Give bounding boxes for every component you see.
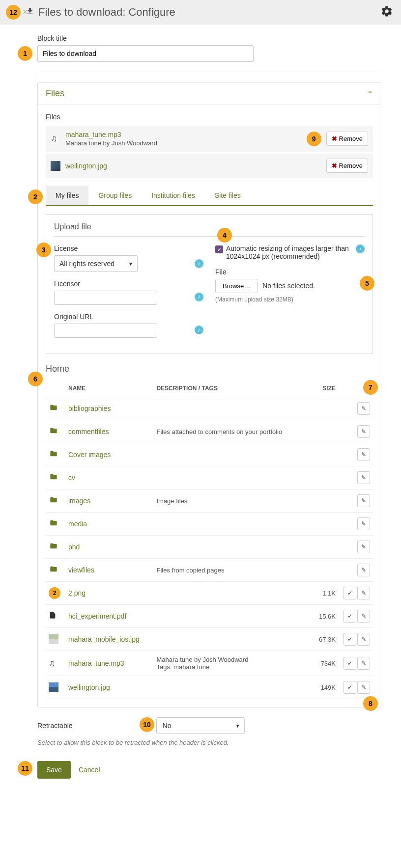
file-item-link[interactable]: phd bbox=[68, 543, 80, 551]
select-button[interactable]: ✓ bbox=[344, 681, 356, 694]
file-item-link[interactable]: media bbox=[68, 520, 87, 528]
block-title-input[interactable] bbox=[37, 45, 254, 62]
file-item-link[interactable]: hci_experiment.pdf bbox=[68, 612, 126, 620]
col-size-header: SIZE bbox=[304, 380, 339, 397]
original-url-input[interactable] bbox=[54, 324, 157, 338]
edit-button[interactable]: ✎ bbox=[357, 471, 370, 484]
table-row: commentfilesFiles attached to comments o… bbox=[46, 420, 373, 443]
edit-button[interactable]: ✎ bbox=[357, 633, 370, 646]
file-size-cell bbox=[304, 420, 339, 443]
file-size-cell bbox=[304, 513, 339, 536]
retractable-select[interactable]: No ▼ bbox=[156, 717, 245, 734]
annotation-badge-8: 8 bbox=[363, 696, 378, 711]
edit-button[interactable]: ✎ bbox=[357, 402, 370, 415]
selected-file-link[interactable]: mahara_tune.mp3 bbox=[65, 131, 121, 138]
annotation-badge-6: 6 bbox=[28, 372, 43, 386]
file-size-cell: 1.1K bbox=[304, 582, 339, 605]
table-row: hci_experiment.pdf15.6K✓✎ bbox=[46, 605, 373, 628]
folder-icon bbox=[49, 473, 58, 483]
file-size-cell bbox=[304, 489, 339, 513]
annotation-badge-11: 11 bbox=[18, 761, 32, 776]
remove-button[interactable]: ✖Remove bbox=[326, 159, 368, 173]
file-source-tabs: My files Group files Institution files S… bbox=[46, 186, 373, 206]
edit-button[interactable]: ✎ bbox=[357, 425, 370, 438]
close-icon[interactable]: × bbox=[23, 7, 28, 17]
file-desc-cell bbox=[153, 676, 304, 699]
file-desc-cell bbox=[153, 536, 304, 559]
breadcrumb: Home bbox=[46, 364, 373, 374]
table-row: ♫mahara_tune.mp3Mahara tune by Josh Wood… bbox=[46, 651, 373, 676]
edit-button[interactable]: ✎ bbox=[357, 517, 370, 530]
select-button[interactable]: ✓ bbox=[344, 610, 356, 623]
file-desc-cell bbox=[153, 466, 304, 489]
select-button[interactable]: ✓ bbox=[344, 587, 356, 599]
tab-group-files[interactable]: Group files bbox=[88, 186, 142, 205]
auto-resize-label: Automatic resizing of images larger than… bbox=[226, 244, 350, 260]
edit-button[interactable]: ✎ bbox=[357, 657, 370, 670]
save-button[interactable]: Save bbox=[37, 761, 71, 779]
edit-button[interactable]: ✎ bbox=[357, 610, 370, 623]
no-files-text: No files selected. bbox=[262, 282, 315, 290]
tab-my-files[interactable]: My files bbox=[46, 186, 88, 205]
file-size-cell: 67.3K bbox=[304, 628, 339, 651]
tab-site-files[interactable]: Site files bbox=[205, 186, 251, 205]
folder-icon bbox=[49, 519, 58, 529]
info-icon[interactable]: i bbox=[195, 259, 203, 268]
file-desc-cell: Mahara tune by Josh WoodwardTags: mahara… bbox=[153, 651, 304, 676]
file-item-link[interactable]: viewfiles bbox=[68, 566, 94, 574]
chevron-up-icon: ⌃ bbox=[367, 90, 373, 98]
col-name-header: NAME bbox=[65, 380, 153, 397]
auto-resize-checkbox[interactable]: ✓ bbox=[215, 245, 223, 253]
annotation-badge-9: 9 bbox=[307, 132, 321, 146]
edit-button[interactable]: ✎ bbox=[357, 448, 370, 461]
license-select[interactable]: All rights reserved ▼ bbox=[54, 255, 138, 272]
edit-button[interactable]: ✎ bbox=[357, 587, 370, 599]
gear-icon[interactable] bbox=[380, 5, 393, 21]
block-title-label: Block title bbox=[37, 34, 381, 42]
select-button[interactable]: ✓ bbox=[344, 633, 356, 646]
edit-button[interactable]: ✎ bbox=[357, 564, 370, 576]
file-item-link[interactable]: mahara_mobile_ios.jpg bbox=[68, 635, 140, 643]
edit-button[interactable]: ✎ bbox=[357, 681, 370, 694]
file-size-cell bbox=[304, 536, 339, 559]
info-icon[interactable]: i bbox=[195, 326, 203, 334]
folder-icon bbox=[49, 496, 58, 506]
file-size-cell bbox=[304, 397, 339, 420]
file-item-link[interactable]: cv bbox=[68, 474, 75, 482]
music-icon: ♫ bbox=[49, 658, 56, 668]
file-item-link[interactable]: wellington.jpg bbox=[68, 683, 110, 691]
file-item-link[interactable]: commentfiles bbox=[68, 428, 109, 435]
annotation-badge-12: 12 bbox=[6, 5, 21, 20]
info-icon[interactable]: i bbox=[356, 244, 365, 253]
files-panel-header[interactable]: Files ⌃ bbox=[38, 82, 381, 105]
file-item-link[interactable]: mahara_tune.mp3 bbox=[68, 659, 124, 667]
table-row: viewfilesFiles from copied pages✎ bbox=[46, 559, 373, 582]
file-browser-table: NAME DESCRIPTION / TAGS SIZE bibliograph… bbox=[46, 380, 373, 699]
remove-x-icon: ✖ bbox=[332, 162, 337, 169]
file-item-link[interactable]: 2.png bbox=[68, 589, 86, 597]
edit-button[interactable]: ✎ bbox=[357, 494, 370, 507]
annotation-badge-2: 2 bbox=[28, 190, 43, 204]
file-item-link[interactable]: images bbox=[68, 497, 90, 505]
select-button[interactable]: ✓ bbox=[344, 657, 356, 670]
remove-button[interactable]: ✖Remove bbox=[326, 132, 368, 146]
licensor-input[interactable] bbox=[54, 291, 157, 305]
image-thumb-icon bbox=[51, 161, 65, 171]
cancel-link[interactable]: Cancel bbox=[79, 766, 100, 774]
col-desc-header: DESCRIPTION / TAGS bbox=[153, 380, 304, 397]
file-size-cell: 734K bbox=[304, 651, 339, 676]
caret-down-icon: ▼ bbox=[128, 261, 133, 267]
document-icon bbox=[49, 612, 57, 622]
info-icon[interactable]: i bbox=[195, 293, 203, 301]
files-panel: Files ⌃ Files ♫ mahara_tune.mp3 Mahara t… bbox=[37, 82, 381, 707]
annotation-badge-3: 3 bbox=[36, 243, 51, 257]
edit-button[interactable]: ✎ bbox=[357, 541, 370, 553]
file-desc-cell bbox=[153, 513, 304, 536]
file-item-link[interactable]: Cover images bbox=[68, 451, 111, 459]
browse-button[interactable]: Browse… bbox=[215, 279, 258, 293]
tab-institution-files[interactable]: Institution files bbox=[142, 186, 205, 205]
selected-file-link[interactable]: wellington.jpg bbox=[65, 162, 107, 170]
file-label: File bbox=[215, 268, 365, 276]
file-item-link[interactable]: bibliographies bbox=[68, 405, 111, 412]
upload-file-section: Upload file 3 License All rights reserve… bbox=[46, 214, 373, 354]
